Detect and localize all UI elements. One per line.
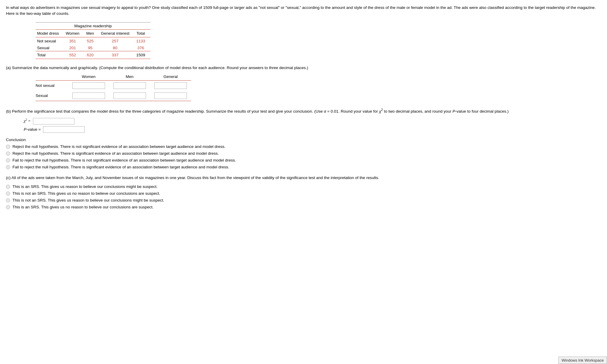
part-c-option-2[interactable]: This is not an SRS. This gives us no rea… [6, 191, 601, 196]
part-c-text: (c) All of the ads were taken from the M… [6, 175, 601, 181]
radio-circle-4[interactable] [6, 165, 10, 169]
part-c-option-4[interactable]: This is an SRS. This gives us no reason … [6, 205, 601, 209]
radio-circle-c4[interactable] [6, 205, 10, 209]
part-a-label: (a) Summarize the data numerically and g… [6, 66, 601, 70]
col-header-men: Men [85, 29, 99, 37]
cond-col-general: General [150, 73, 191, 81]
cond-col-men: Men [109, 73, 150, 81]
cond-input-sexual-women[interactable] [68, 91, 109, 101]
radio-circle-c3[interactable] [6, 198, 10, 202]
sexual-men: 95 [85, 44, 99, 51]
chi-square-row: χ2 = [24, 118, 601, 124]
windows-ink-workspace[interactable]: Windows Ink Workspace [558, 357, 607, 364]
part-c-option-3-text: This is not an SRS. This gives us reason… [12, 198, 164, 202]
conclusion-option-2-text: Reject the null hypothesis. There is sig… [12, 151, 219, 156]
col-header-women: Women [64, 29, 85, 37]
conclusion-option-2[interactable]: Reject the null hypothesis. There is sig… [6, 151, 601, 156]
cond-row-sexual: Sexual [36, 91, 191, 101]
magazine-readership-table-container: Magazine readership Model dress Women Me… [36, 22, 601, 59]
table-title: Magazine readership [74, 24, 112, 28]
sexual-women: 201 [64, 44, 85, 51]
part-c-option-2-text: This is not an SRS. This gives us no rea… [12, 191, 160, 196]
radio-circle-1[interactable] [6, 145, 10, 149]
intro-paragraph: In what ways do advertisers in magazines… [6, 5, 601, 17]
radio-circle-c1[interactable] [6, 185, 10, 189]
conditional-dist-table-container: Women Men General Not sexual Sexual [36, 73, 601, 101]
conclusion-option-3-text: Fail to reject the null hypothesis. Ther… [12, 158, 236, 162]
table-row-sexual: Sexual 201 95 80 376 [36, 44, 150, 51]
footer-men: 620 [85, 51, 99, 59]
conclusion-option-1[interactable]: Reject the null hypothesis. There is not… [6, 144, 601, 149]
conditional-dist-table: Women Men General Not sexual Sexual [36, 73, 191, 101]
sexual-general: 80 [99, 44, 135, 51]
footer-total: 1509 [135, 51, 150, 59]
not-sexual-men: 525 [85, 37, 99, 44]
magazine-readership-table: Magazine readership Model dress Women Me… [36, 22, 150, 59]
cond-input-not-sexual-women[interactable] [68, 80, 109, 91]
part-c-option-1-text: This is an SRS. This gives us reason to … [12, 184, 158, 189]
conclusion-option-3[interactable]: Fail to reject the null hypothesis. Ther… [6, 158, 601, 162]
conclusion-option-4-text: Fail to reject the null hypothesis. Ther… [12, 165, 229, 169]
conclusion-option-1-text: Reject the null hypothesis. There is not… [12, 144, 225, 149]
col-header-general: General interest [99, 29, 135, 37]
cond-label-not-sexual: Not sexual [36, 80, 68, 91]
chi-square-input[interactable] [33, 118, 74, 124]
footer-label: Total [36, 51, 64, 59]
cond-row-not-sexual: Not sexual [36, 80, 191, 91]
chi-square-label: χ2 = [24, 119, 32, 123]
cond-label-sexual: Sexual [36, 91, 68, 101]
pvalue-row: P-value = [24, 126, 601, 133]
sexual-total: 376 [135, 44, 150, 51]
footer-women: 552 [64, 51, 85, 59]
cond-input-not-sexual-men[interactable] [109, 80, 150, 91]
row-label-not-sexual: Not sexual [36, 37, 64, 44]
col-header-total: Total [135, 29, 150, 37]
conclusion-option-4[interactable]: Fail to reject the null hypothesis. Ther… [6, 165, 601, 169]
table-footer-row: Total 552 620 337 1509 [36, 51, 150, 59]
not-sexual-women: 351 [64, 37, 85, 44]
conclusion-block: Conclusion Reject the null hypothesis. T… [6, 138, 601, 169]
row-label-sexual: Sexual [36, 44, 64, 51]
radio-circle-3[interactable] [6, 158, 10, 162]
part-c-option-4-text: This is an SRS. This gives us no reason … [12, 205, 154, 209]
cond-input-sexual-general[interactable] [150, 91, 191, 101]
part-c-option-1[interactable]: This is an SRS. This gives us reason to … [6, 184, 601, 189]
pvalue-input[interactable] [43, 126, 85, 133]
radio-circle-c2[interactable] [6, 191, 10, 196]
cond-input-not-sexual-general[interactable] [150, 80, 191, 91]
radio-circle-2[interactable] [6, 151, 10, 156]
part-c-option-3[interactable]: This is not an SRS. This gives us reason… [6, 198, 601, 202]
part-b-text: (b) Perform the significance test that c… [6, 108, 601, 114]
table-row-not-sexual: Not sexual 351 525 257 1133 [36, 37, 150, 44]
pvalue-label: P-value = [24, 127, 42, 131]
cond-input-sexual-men[interactable] [109, 91, 150, 101]
conclusion-title: Conclusion [6, 138, 601, 142]
not-sexual-total: 1133 [135, 37, 150, 44]
col-header-model-dress: Model dress [36, 29, 64, 37]
footer-general: 337 [99, 51, 135, 59]
not-sexual-general: 257 [99, 37, 135, 44]
cond-col-empty [36, 73, 68, 81]
part-c-options-block: This is an SRS. This gives us reason to … [6, 184, 601, 209]
cond-col-women: Women [68, 73, 109, 81]
